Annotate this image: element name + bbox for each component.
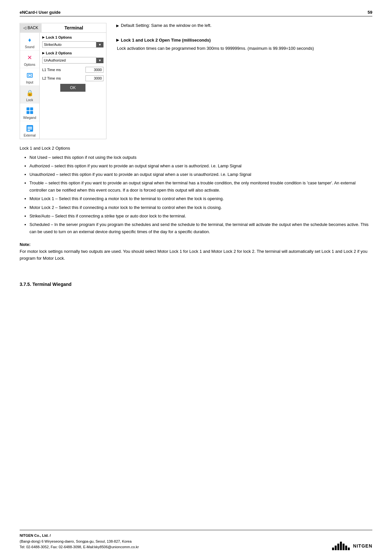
- nitgen-bars: [332, 542, 350, 550]
- lock1-dropdown[interactable]: Strike/Auto: [42, 41, 96, 48]
- svg-rect-9: [28, 130, 30, 131]
- svg-rect-0: [27, 73, 32, 77]
- sidebar-item-external[interactable]: External: [20, 121, 39, 139]
- ok-button[interactable]: OK: [60, 84, 85, 92]
- bullet-list: Not Used – select this option if not usi…: [20, 154, 372, 235]
- footer-address: (Bangi-dong) 6 Wiryeseong-daero, Songpa-…: [20, 539, 139, 545]
- options-icon: ✕: [25, 53, 34, 62]
- svg-rect-2: [27, 107, 29, 110]
- svg-rect-1: [28, 74, 31, 76]
- lock-time-text: Lock activation times can be programmed …: [117, 45, 372, 52]
- terminal-panel: ◁ BACK Terminal ♦ Sound ✕ Options: [20, 23, 106, 139]
- lock1-dropdown-row: Strike/Auto ▼: [42, 41, 103, 48]
- footer-contact: Tel: 02-6488-3052, Fax: 02-6488-3098, E-…: [20, 544, 139, 550]
- list-item: Unauthorized – select this option if you…: [29, 171, 372, 178]
- lock2-dropdown[interactable]: UnAuthorized: [42, 57, 96, 64]
- list-item: Not Used – select this option if not usi…: [29, 154, 372, 161]
- sidebar-item-sound[interactable]: ♦ Sound: [20, 33, 39, 50]
- nitgen-bar-2: [335, 546, 337, 550]
- back-button[interactable]: ◁ BACK: [20, 24, 42, 32]
- terminal-title: Terminal: [42, 23, 106, 32]
- nitgen-bar-3: [337, 544, 339, 550]
- sidebar-item-lock[interactable]: 🔒 Lock: [20, 86, 39, 103]
- list-item: Motor Lock 2 – Select this if connecting…: [29, 204, 372, 211]
- lock-time-header: Lock 1 and Lock 2 Open Time (millisecond…: [116, 38, 372, 43]
- note-title: Note:: [20, 242, 372, 247]
- nitgen-bar-7: [348, 548, 350, 550]
- sidebar-item-input[interactable]: Input: [20, 68, 39, 86]
- lock2-dropdown-row: UnAuthorized ▼: [42, 57, 103, 64]
- terminal-content-area: Lock 1 Options Strike/Auto ▼ Lock 2 Opti…: [40, 33, 106, 139]
- note-text: For motor lock settings normally two out…: [20, 248, 372, 262]
- sidebar-label-options: Options: [24, 63, 35, 66]
- sidebar-item-options[interactable]: ✕ Options: [20, 50, 39, 68]
- list-item: Authorized – select this option if you w…: [29, 162, 372, 170]
- footer-company: NITGEN Co., Ltd. /: [20, 533, 139, 539]
- sidebar-item-wiegand[interactable]: Wiegand: [20, 103, 39, 121]
- lock2-dropdown-arrow[interactable]: ▼: [96, 58, 103, 63]
- lock1-section-header: Lock 1 Options: [42, 35, 103, 39]
- nitgen-bar-1: [332, 548, 334, 550]
- nitgen-bar-5: [343, 544, 345, 550]
- svg-rect-7: [28, 127, 32, 128]
- terminal-body: ♦ Sound ✕ Options Input 🔒 Lock: [20, 33, 106, 139]
- sidebar-label-input: Input: [26, 81, 33, 84]
- svg-rect-8: [28, 128, 32, 129]
- main-content: ◁ BACK Terminal ♦ Sound ✕ Options: [20, 23, 372, 139]
- l1-time-row: L1 Time ms: [42, 67, 103, 73]
- l1-label: L1 Time ms: [42, 68, 84, 72]
- lock-icon: 🔒: [25, 88, 34, 98]
- list-item: Strike/Auto – Select this if connecting …: [29, 213, 372, 220]
- list-item: Trouble – select this option if you want…: [29, 179, 372, 194]
- header-title: eNCard-i User guide: [20, 10, 61, 15]
- terminal-sidebar: ♦ Sound ✕ Options Input 🔒 Lock: [20, 33, 40, 139]
- lock-time-description: Lock 1 and Lock 2 Open Time (millisecond…: [116, 38, 372, 52]
- wiegand-icon: [25, 106, 34, 115]
- nitgen-bar-4: [340, 542, 342, 550]
- lock2-section-header: Lock 2 Options: [42, 51, 103, 55]
- right-description: Default Setting: Same as the window on t…: [116, 23, 372, 139]
- default-setting-text: Default Setting: Same as the window on t…: [116, 23, 372, 28]
- nitgen-text: NITGEN: [353, 543, 372, 549]
- page-header: eNCard-i User guide 59: [20, 10, 372, 16]
- footer-logo: NITGEN: [332, 542, 372, 550]
- lock1-dropdown-arrow[interactable]: ▼: [96, 42, 103, 47]
- body-section-title: Lock 1 and Lock 2 Options: [20, 146, 372, 151]
- svg-rect-4: [27, 111, 29, 114]
- list-item: Scheduled – In the server program if you…: [29, 221, 372, 235]
- l1-time-input[interactable]: [85, 67, 103, 73]
- sub-section-heading: 3.7.5. Terminal Wiegand: [20, 282, 372, 287]
- sidebar-label-external: External: [24, 134, 36, 137]
- sidebar-label-lock: Lock: [26, 98, 33, 102]
- l2-time-input[interactable]: [85, 75, 103, 81]
- page-footer: NITGEN Co., Ltd. / (Bangi-dong) 6 Wiryes…: [20, 530, 372, 550]
- note-section: Note: For motor lock settings normally t…: [20, 242, 372, 262]
- svg-rect-5: [30, 111, 33, 114]
- sidebar-label-sound: Sound: [25, 45, 34, 49]
- footer-text: NITGEN Co., Ltd. / (Bangi-dong) 6 Wiryes…: [20, 533, 139, 550]
- svg-rect-3: [30, 107, 33, 110]
- l2-time-row: L2 Time ms: [42, 75, 103, 81]
- l2-label: L2 Time ms: [42, 76, 84, 80]
- sound-icon: ♦: [25, 35, 34, 45]
- sidebar-label-wiegand: Wiegand: [23, 116, 36, 120]
- body-section: Lock 1 and Lock 2 Options Not Used – sel…: [20, 146, 372, 235]
- page-number: 59: [368, 10, 372, 15]
- nitgen-bar-6: [345, 546, 347, 550]
- terminal-header: ◁ BACK Terminal: [20, 23, 106, 33]
- list-item: Motor Lock 1 – Select this if connecting…: [29, 195, 372, 202]
- input-icon: [25, 71, 34, 80]
- nitgen-logo: NITGEN: [332, 542, 372, 550]
- external-icon: [25, 124, 34, 133]
